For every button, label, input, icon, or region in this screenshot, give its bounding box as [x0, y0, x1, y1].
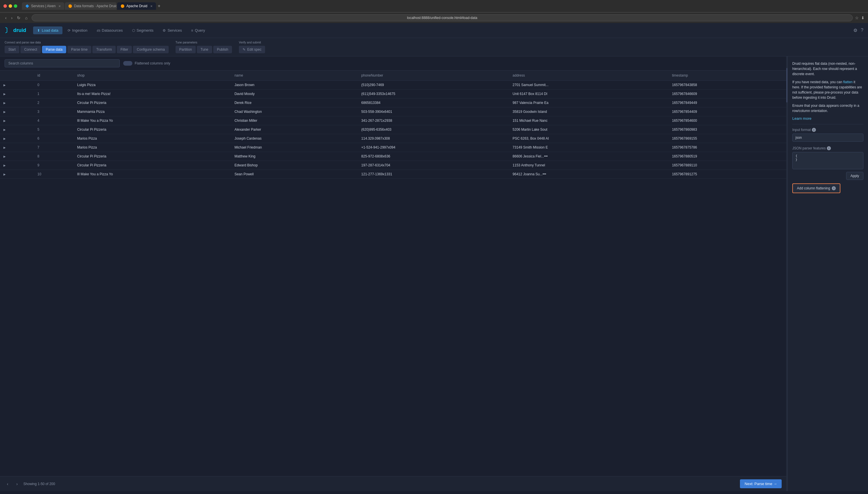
input-format-select[interactable]: json csv tsv: [792, 134, 863, 141]
row-timestamp-0: 1657967843858: [669, 81, 786, 90]
row-timestamp-6: 1657967869155: [669, 134, 786, 143]
row-phone-3: 503-558-3904x6401: [358, 107, 509, 116]
wizard-step-publish[interactable]: Publish: [213, 46, 232, 53]
row-shop-1: Its-a me! Mario Pizza!: [74, 90, 231, 98]
flatten-link[interactable]: flatten: [843, 80, 853, 84]
tab-data-formats-label: Data formats · Apache Druid: [74, 4, 117, 8]
apply-button[interactable]: Apply: [846, 172, 863, 180]
row-expand-10[interactable]: ▶: [0, 170, 34, 179]
address-bar[interactable]: localhost:8888/unified-console.html#load…: [32, 14, 853, 21]
wizard-step-parse-data[interactable]: Parse data: [42, 46, 66, 53]
next-page-button[interactable]: ›: [14, 480, 20, 487]
col-name[interactable]: name: [231, 71, 358, 81]
wizard-step-filter[interactable]: Filter: [117, 46, 132, 53]
tab-services-label: Services | Aiven: [31, 4, 56, 8]
table-row: ▶ 8 Circular Pi Pizzeria Matthew King 82…: [0, 152, 786, 161]
nav-segments[interactable]: ⬡ Segments: [128, 26, 158, 34]
back-button[interactable]: ‹: [3, 15, 8, 21]
row-timestamp-1: 1657967846609: [669, 90, 786, 98]
wizard-bar: Connect and parse raw data Start Connect…: [0, 38, 868, 56]
row-phone-10: 121-277-1369x1331: [358, 170, 509, 179]
row-name-6: Joseph Cardenas: [231, 134, 358, 143]
home-button[interactable]: ⌂: [23, 15, 29, 21]
row-expand-1[interactable]: ▶: [0, 90, 34, 98]
help-icon[interactable]: ?: [861, 27, 863, 33]
col-shop[interactable]: shop: [74, 71, 231, 81]
add-column-flattening-button[interactable]: Add column flattening i: [792, 183, 841, 193]
wizard-step-start[interactable]: Start: [5, 46, 19, 53]
col-phone[interactable]: phoneNumber: [358, 71, 509, 81]
data-table: id shop name phoneNumber address timesta…: [0, 71, 786, 179]
tab-apache-druid-close[interactable]: ✕: [150, 5, 153, 8]
download-icon[interactable]: ⬇: [861, 16, 865, 20]
json-parser-info-icon[interactable]: i: [827, 146, 831, 150]
wizard-step-connect[interactable]: Connect: [20, 46, 41, 53]
row-timestamp-4: 1657967854600: [669, 116, 786, 125]
input-format-info-icon[interactable]: i: [812, 128, 816, 132]
tab-data-formats[interactable]: 🟠 Data formats · Apache Druid ✕: [65, 2, 117, 10]
row-id-5: 5: [34, 125, 74, 134]
nav-datasources[interactable]: 🗃 Datasources: [93, 26, 127, 34]
minimize-dot[interactable]: [8, 4, 12, 8]
forward-button[interactable]: ›: [9, 15, 14, 21]
row-expand-8[interactable]: ▶: [0, 152, 34, 161]
json-textarea[interactable]: { }: [792, 152, 863, 169]
settings-icon[interactable]: ⚙: [853, 27, 857, 33]
tab-data-formats-icon: 🟠: [68, 4, 72, 8]
col-expand: [0, 71, 34, 81]
next-step-button[interactable]: Next: Parse time →: [740, 479, 782, 488]
row-expand-0[interactable]: ▶: [0, 81, 34, 90]
nav-ingestion-label: Ingestion: [72, 28, 88, 33]
new-tab-button[interactable]: +: [157, 2, 161, 10]
wizard-step-partition[interactable]: Partition: [176, 46, 196, 53]
services-icon: ⚙: [162, 28, 166, 33]
flattened-label: Flattened columns only: [135, 61, 170, 65]
row-expand-3[interactable]: ▶: [0, 107, 34, 116]
nav-datasources-label: Datasources: [102, 28, 123, 33]
row-expand-5[interactable]: ▶: [0, 125, 34, 134]
wizard-step-transform[interactable]: Transform: [92, 46, 115, 53]
row-phone-8: 825-972-6808x636: [358, 152, 509, 161]
row-expand-6[interactable]: ▶: [0, 134, 34, 143]
wizard-step-parse-time[interactable]: Parse time: [67, 46, 91, 53]
row-phone-9: 197-287-6314x704: [358, 161, 509, 170]
row-name-2: Derek Rice: [231, 98, 358, 107]
prev-page-button[interactable]: ‹: [5, 480, 11, 487]
row-timestamp-3: 1657967854409: [669, 107, 786, 116]
learn-more-link[interactable]: Learn more: [792, 116, 811, 121]
row-shop-4: Ill Make You a Pizza Yo: [74, 116, 231, 125]
row-expand-4[interactable]: ▶: [0, 116, 34, 125]
col-id[interactable]: id: [34, 71, 74, 81]
nav-services[interactable]: ⚙ Services: [159, 26, 186, 34]
nav-ingestion[interactable]: ⟳ Ingestion: [64, 26, 92, 34]
row-shop-3: Mammamia Pizza: [74, 107, 231, 116]
pagination-info: Showing 1-50 of 200: [23, 482, 55, 486]
row-expand-9[interactable]: ▶: [0, 161, 34, 170]
maximize-dot[interactable]: [14, 4, 17, 8]
wizard-step-configure-schema[interactable]: Configure schema: [133, 46, 168, 53]
app: 〕 druid ⬆ Load data ⟳ Ingestion 🗃 Dataso…: [0, 23, 868, 491]
col-timestamp[interactable]: timestamp: [669, 71, 786, 81]
add-column-flattening-info-icon[interactable]: i: [832, 186, 836, 190]
wizard-step-edit-spec[interactable]: ✎ Edit spec: [239, 46, 265, 53]
row-expand-7[interactable]: ▶: [0, 143, 34, 152]
topbar-right: ⚙ ?: [853, 27, 863, 33]
wizard-step-tune[interactable]: Tune: [197, 46, 212, 53]
row-expand-2[interactable]: ▶: [0, 98, 34, 107]
nav-load-data[interactable]: ⬆ Load data: [33, 26, 62, 34]
browser-tabs: 🔷 Services | Aiven ✕ 🟠 Data formats · Ap…: [22, 2, 865, 10]
bookmark-icon[interactable]: ☆: [855, 16, 859, 20]
row-shop-5: Circular Pi Pizzeria: [74, 125, 231, 134]
right-panel: Druid requires flat data (non-nested, no…: [787, 56, 868, 491]
tab-services[interactable]: 🔷 Services | Aiven ✕: [22, 2, 64, 10]
search-input[interactable]: [5, 59, 120, 68]
flattened-toggle[interactable]: [123, 61, 132, 65]
nav-query[interactable]: ≡ Query: [187, 26, 209, 34]
edit-spec-label: Edit spec: [247, 48, 261, 52]
row-id-10: 10: [34, 170, 74, 179]
col-address[interactable]: address: [509, 71, 669, 81]
tab-services-close[interactable]: ✕: [58, 5, 61, 8]
refresh-button[interactable]: ↻: [15, 15, 22, 21]
close-dot[interactable]: [3, 4, 7, 8]
tab-apache-druid[interactable]: 🟠 Apache Druid ✕: [117, 2, 156, 10]
